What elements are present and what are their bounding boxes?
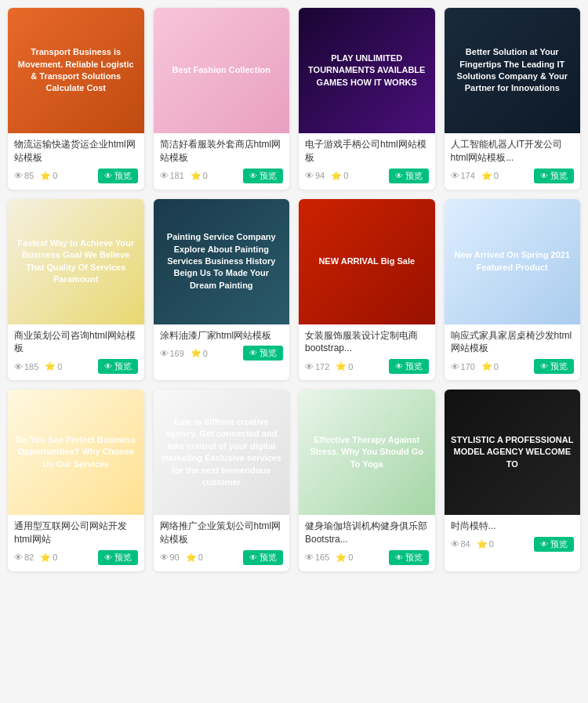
card-title: 健身瑜伽培训机构健身俱乐部Bootstra... (305, 520, 429, 546)
star-icon: ⭐ (481, 171, 492, 181)
card-info: 人工智能机器人IT开发公司html网站模板... 👁 174 ⭐ 0 预览 (445, 133, 581, 190)
view-count: 👁 90 (160, 553, 180, 563)
card-meta: 👁 169 ⭐ 0 预览 (160, 346, 284, 361)
star-count: ⭐ 0 (481, 171, 499, 181)
thumbnail-image: Fastest Way to Achieve Your Business Goa… (8, 199, 144, 324)
card-info: 网络推广企业策划公司html网站模板 👁 90 ⭐ 0 预览 (154, 515, 290, 571)
card-thumbnail: Do You See Perfect Business Opportunitie… (8, 390, 144, 515)
card-title: 时尚模特... (451, 520, 575, 533)
card-info: 物流运输快递货运企业html网站模板 👁 85 ⭐ 0 预览 (8, 133, 144, 190)
preview-button[interactable]: 预览 (98, 359, 138, 374)
star-count: ⭐ 0 (186, 553, 203, 563)
star-icon: ⭐ (191, 348, 201, 358)
card-thumbnail: PLAY UNLIMITED TOURNAMENTS AVAILABLE GAM… (299, 8, 435, 133)
card-item: Fastest Way to Achieve Your Business Goa… (8, 199, 144, 381)
star-icon: ⭐ (336, 361, 347, 371)
view-count: 👁 172 (305, 361, 329, 371)
card-title: 网络推广企业策划公司html网站模板 (160, 520, 284, 546)
card-thumbnail: Better Solution at Your Fingertips The L… (445, 8, 581, 133)
eye-icon: 👁 (305, 171, 314, 180)
thumbnail-image: Best Fashion Collection (154, 8, 290, 133)
preview-button[interactable]: 预览 (389, 359, 429, 374)
card-meta: 👁 94 ⭐ 0 预览 (305, 169, 429, 183)
view-count: 👁 94 (305, 171, 325, 181)
card-stats: 👁 94 ⭐ 0 (305, 171, 348, 181)
view-count: 👁 85 (14, 171, 34, 181)
star-icon: ⭐ (336, 553, 347, 563)
star-icon: ⭐ (45, 361, 56, 371)
card-info: 通用型互联网公司网站开发html网站 👁 82 ⭐ 0 预览 (8, 515, 144, 571)
thumbnail-image: STYLISTIC A PROFESSIONAL MODEL AGENCY WE… (445, 390, 581, 515)
preview-button[interactable]: 预览 (98, 550, 138, 565)
view-count: 👁 174 (451, 171, 475, 181)
card-title: 商业策划公司咨询html网站模板 (14, 329, 138, 356)
preview-button[interactable]: 预览 (534, 169, 574, 183)
preview-button[interactable]: 预览 (243, 550, 283, 565)
card-title: 简洁好看服装外套商店html网站模板 (160, 138, 284, 165)
thumbnail-image: Painting Service Company Explore About P… (154, 199, 290, 324)
card-meta: 👁 90 ⭐ 0 预览 (160, 550, 284, 565)
card-thumbnail: Painting Service Company Explore About P… (154, 199, 290, 324)
card-meta: 👁 85 ⭐ 0 预览 (14, 169, 138, 183)
preview-button[interactable]: 预览 (98, 169, 138, 183)
card-stats: 👁 170 ⭐ 0 (451, 361, 499, 371)
card-title: 女装服饰服装设计定制电商bootstrap... (305, 329, 429, 356)
preview-button[interactable]: 预览 (534, 359, 574, 374)
star-count: ⭐ 0 (191, 348, 208, 358)
card-title: 涂料油漆厂家html网站模板 (160, 329, 284, 342)
card-title: 物流运输快递货运企业html网站模板 (14, 138, 138, 165)
star-count: ⭐ 0 (191, 171, 208, 181)
preview-button[interactable]: 预览 (243, 169, 283, 183)
card-thumbnail: Effective Therapy Against Stress. Why Yo… (299, 390, 435, 515)
card-info: 时尚模特... 👁 84 ⭐ 0 预览 (445, 515, 581, 558)
card-info: 电子游戏手柄公司html网站模板 👁 94 ⭐ 0 预览 (299, 133, 435, 190)
card-title: 响应式家具家居桌椅沙发html网站模板 (451, 329, 575, 356)
eye-icon: 👁 (14, 171, 23, 180)
thumbnail-image: PLAY UNLIMITED TOURNAMENTS AVAILABLE GAM… (299, 8, 435, 133)
card-meta: 👁 185 ⭐ 0 预览 (14, 359, 138, 374)
view-count: 👁 170 (451, 361, 475, 371)
card-stats: 👁 85 ⭐ 0 (14, 171, 57, 181)
card-thumbnail: Fastest Way to Achieve Your Business Goa… (8, 199, 144, 324)
star-count: ⭐ 0 (481, 361, 499, 371)
thumbnail-image: Do You See Perfect Business Opportunitie… (8, 390, 144, 515)
card-thumbnail: New Arrived On Spring 2021 Featured Prod… (445, 199, 581, 324)
card-thumbnail: NEW ARRIVAL Big Sale (299, 199, 435, 324)
eye-icon: 👁 (451, 539, 459, 549)
card-info: 简洁好看服装外套商店html网站模板 👁 181 ⭐ 0 预览 (154, 133, 290, 190)
star-count: ⭐ 0 (336, 361, 353, 371)
preview-button[interactable]: 预览 (534, 537, 574, 552)
card-stats: 👁 185 ⭐ 0 (14, 361, 62, 371)
card-meta: 👁 170 ⭐ 0 预览 (451, 359, 575, 374)
preview-button[interactable]: 预览 (389, 550, 429, 565)
card-title: 通用型互联网公司网站开发html网站 (14, 520, 138, 546)
thumbnail-image: Transport Business is Movement. Reliable… (8, 8, 144, 133)
card-title: 电子游戏手柄公司html网站模板 (305, 138, 429, 165)
card-meta: 👁 84 ⭐ 0 预览 (451, 537, 575, 552)
view-count: 👁 165 (305, 553, 329, 563)
eye-icon: 👁 (305, 362, 314, 371)
view-count: 👁 169 (160, 348, 184, 358)
card-meta: 👁 174 ⭐ 0 预览 (451, 169, 575, 183)
card-stats: 👁 169 ⭐ 0 (160, 348, 208, 358)
card-item: NEW ARRIVAL Big Sale 女装服饰服装设计定制电商bootstr… (299, 199, 435, 381)
thumbnail-image: New Arrived On Spring 2021 Featured Prod… (445, 199, 581, 324)
view-count: 👁 185 (14, 361, 38, 371)
eye-icon: 👁 (14, 553, 23, 562)
preview-button[interactable]: 预览 (389, 169, 429, 183)
thumbnail-image: NEW ARRIVAL Big Sale (299, 199, 435, 324)
card-title: 人工智能机器人IT开发公司html网站模板... (451, 138, 575, 165)
thumbnail-image: Effective Therapy Against Stress. Why Yo… (299, 390, 435, 515)
card-item: Better Solution at Your Fingertips The L… (445, 8, 581, 190)
card-item: Transport Business is Movement. Reliable… (8, 8, 144, 190)
card-item: Best Fashion Collection 简洁好看服装外套商店html网站… (154, 8, 290, 190)
card-stats: 👁 82 ⭐ 0 (14, 553, 57, 563)
card-stats: 👁 174 ⭐ 0 (451, 171, 499, 181)
card-item: Effective Therapy Against Stress. Why Yo… (299, 390, 435, 571)
star-count: ⭐ 0 (40, 553, 57, 563)
card-item: New Arrived On Spring 2021 Featured Prod… (445, 199, 581, 381)
card-meta: 👁 181 ⭐ 0 预览 (160, 169, 284, 183)
card-item: Do You See Perfect Business Opportunitie… (8, 390, 144, 571)
star-icon: ⭐ (40, 553, 51, 563)
preview-button[interactable]: 预览 (243, 346, 283, 361)
